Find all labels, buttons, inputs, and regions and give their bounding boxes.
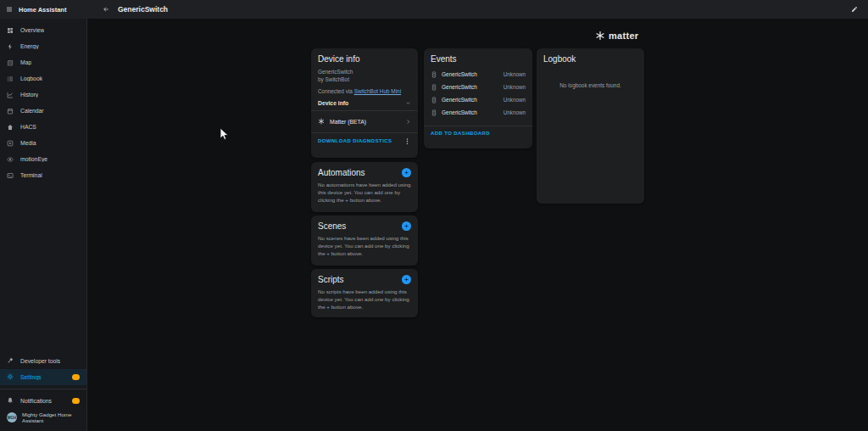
sidebar-item-label: Developer tools	[20, 358, 60, 364]
chevron-right-icon	[405, 119, 411, 125]
event-name: GenericSwitch	[442, 97, 499, 103]
automations-title: Automations	[318, 168, 365, 177]
event-row[interactable]: GenericSwitch Unknown	[431, 68, 526, 81]
device-info-expander[interactable]: Device info	[318, 100, 411, 106]
event-state: Unknown	[504, 71, 526, 77]
top-app-bar: Home Assistant GenericSwitch	[0, 0, 868, 19]
gear-icon	[7, 373, 14, 380]
matter-logo-text: matter	[609, 31, 638, 41]
map-icon	[7, 59, 14, 66]
sidebar-item-label: Overview	[20, 27, 44, 33]
sidebar-item-logbook[interactable]: Logbook	[0, 70, 86, 87]
logbook-empty-text: No logbook events found.	[543, 82, 637, 88]
connected-via-link[interactable]: SwitchBot Hub Mini	[354, 88, 401, 94]
bell-icon	[7, 397, 14, 404]
sidebar-item-overview[interactable]: Overview	[0, 22, 86, 38]
event-name: GenericSwitch	[442, 84, 499, 90]
connected-via-text: Connected via	[318, 88, 354, 94]
scripts-empty-text: No scripts have been added using this de…	[318, 288, 411, 311]
settings-badge	[72, 374, 80, 380]
scenes-empty-text: No scenes have been added using this dev…	[318, 235, 411, 258]
chevron-down-icon	[405, 100, 411, 106]
device-manufacturer: by SwitchBot	[318, 76, 411, 83]
plus-icon	[403, 223, 409, 229]
sidebar-item-label: Notifications	[20, 398, 52, 404]
sidebar-item-label: motionEye	[20, 156, 47, 162]
sidebar-item-label: Logbook	[20, 76, 42, 81]
matter-integration-row[interactable]: Matter (BETA)	[318, 115, 411, 128]
add-scene-button[interactable]	[402, 221, 411, 231]
back-button[interactable]	[99, 3, 113, 16]
sidebar-item-label: Calendar	[20, 108, 44, 114]
logbook-title: Logbook	[543, 54, 637, 64]
events-title: Events	[431, 54, 526, 64]
sidebar-profile[interactable]: MGH Mighty Gadget Home Assistant	[0, 409, 86, 428]
view-dashboard-icon	[7, 27, 14, 34]
edit-device-button[interactable]	[848, 3, 861, 16]
calendar-icon	[7, 108, 14, 115]
sidebar-item-label: Energy	[20, 43, 39, 49]
sidebar-item-energy[interactable]: Energy	[0, 38, 86, 54]
pencil-icon	[851, 6, 858, 13]
card-divider	[311, 132, 418, 133]
device-info-card: Device info GenericSwitch by SwitchBot C…	[311, 48, 418, 158]
hammer-icon	[7, 357, 14, 364]
matter-brand: matter	[595, 31, 638, 41]
sidebar-item-media[interactable]: Media	[0, 135, 86, 151]
scripts-card: Scripts No scripts have been added using…	[311, 269, 418, 317]
card-divider	[311, 110, 418, 111]
event-state: Unknown	[504, 84, 526, 90]
integration-label: Matter (BETA)	[330, 119, 400, 125]
event-state: Unknown	[504, 109, 526, 115]
format-list-icon	[7, 76, 14, 82]
dots-vertical-icon[interactable]	[403, 137, 411, 145]
sidebar-item-label: Media	[20, 140, 36, 146]
sidebar-item-map[interactable]: Map	[0, 54, 86, 70]
sidebar-item-hacs[interactable]: HACS	[0, 119, 86, 135]
hacs-icon	[7, 124, 14, 131]
sidebar-item-label: Map	[20, 59, 31, 65]
scenes-title: Scenes	[318, 221, 346, 231]
add-script-button[interactable]	[402, 275, 411, 284]
sidebar: Overview Energy Map Logbook History Cale…	[0, 19, 87, 431]
event-entity-icon	[431, 97, 437, 104]
arrow-left-icon	[103, 6, 109, 13]
event-row[interactable]: GenericSwitch Unknown	[431, 106, 526, 119]
add-automation-button[interactable]	[402, 168, 411, 177]
scripts-title: Scripts	[318, 275, 344, 284]
event-row[interactable]: GenericSwitch Unknown	[431, 93, 526, 106]
sidebar-item-motioneye[interactable]: motionEye	[0, 151, 86, 167]
sidebar-item-notifications[interactable]: Notifications	[0, 393, 86, 409]
matter-icon	[318, 118, 325, 125]
sidebar-item-terminal[interactable]: Terminal	[0, 167, 86, 183]
event-name: GenericSwitch	[442, 71, 499, 77]
sidebar-item-label: HACS	[20, 124, 36, 130]
event-entity-icon	[431, 71, 437, 78]
avatar: MGH	[7, 412, 17, 423]
automations-empty-text: No automations have been added using thi…	[318, 182, 411, 204]
plus-icon	[403, 277, 409, 283]
app-title: Home Assistant	[19, 6, 66, 14]
device-info-expander-label: Device info	[318, 100, 348, 106]
event-entity-icon	[431, 84, 437, 91]
sidebar-item-developer-tools[interactable]: Developer tools	[0, 353, 86, 369]
eye-icon	[7, 156, 14, 163]
chart-line-icon	[7, 92, 14, 98]
console-icon	[7, 172, 14, 179]
lightning-bolt-icon	[7, 43, 14, 50]
sidebar-item-history[interactable]: History	[0, 87, 86, 103]
sidebar-item-label: Settings	[20, 374, 42, 380]
sidebar-item-settings[interactable]: Settings	[0, 369, 86, 385]
event-name: GenericSwitch	[442, 109, 499, 115]
device-name: GenericSwitch	[318, 68, 411, 76]
profile-name: Mighty Gadget Home Assistant	[22, 411, 80, 425]
event-state: Unknown	[504, 97, 526, 103]
event-entity-icon	[431, 109, 437, 116]
events-card: Events GenericSwitch Unknown GenericSwit…	[424, 48, 532, 148]
sidebar-item-calendar[interactable]: Calendar	[0, 103, 86, 119]
event-row[interactable]: GenericSwitch Unknown	[431, 81, 526, 93]
matter-logo-icon	[595, 31, 605, 41]
menu-icon[interactable]	[6, 6, 13, 13]
add-to-dashboard-button[interactable]: ADD TO DASHBOARD	[431, 131, 490, 136]
download-diagnostics-button[interactable]: DOWNLOAD DIAGNOSTICS	[318, 138, 392, 143]
